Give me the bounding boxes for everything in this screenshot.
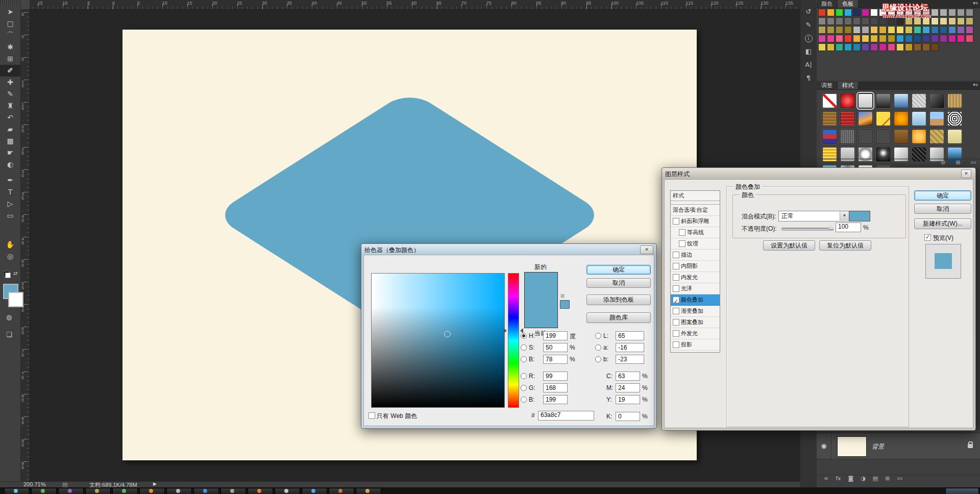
ok-button[interactable]: 确定 <box>586 265 651 275</box>
new-style-icon[interactable]: ⊞ <box>955 159 960 166</box>
layer-group-icon[interactable]: ▤ <box>873 475 878 482</box>
swatch[interactable] <box>922 26 930 34</box>
swatch[interactable] <box>888 43 895 51</box>
swatch[interactable] <box>957 26 965 34</box>
effect-checkbox[interactable] <box>673 330 679 337</box>
link-layers-icon[interactable]: ∞ <box>824 475 828 482</box>
effect-checkbox[interactable] <box>673 308 679 314</box>
taskbar-app-button[interactable] <box>329 488 354 494</box>
gradient-tool[interactable]: ▩ <box>0 135 20 147</box>
taskbar-app-button[interactable] <box>4 488 30 494</box>
pen-tool[interactable]: ✒ <box>0 175 20 186</box>
toolbar-grip[interactable] <box>0 0 20 6</box>
effect-checkbox[interactable] <box>673 263 679 269</box>
character-panel-icon[interactable]: A| <box>800 58 817 71</box>
effect-item-纹理[interactable]: 纹理 <box>671 238 720 250</box>
type-tool[interactable]: T <box>0 186 20 198</box>
swatch[interactable] <box>853 43 861 51</box>
layer-visibility-cell[interactable]: ◉ <box>817 433 831 459</box>
value-input[interactable]: 199 <box>543 395 568 404</box>
swatch[interactable] <box>818 26 826 34</box>
history-panel-icon[interactable]: ↺ <box>800 5 817 18</box>
effect-item-投影[interactable]: 投影 <box>671 339 720 351</box>
swatch[interactable] <box>922 17 930 25</box>
swatch[interactable] <box>948 35 956 42</box>
adjustment-layer-icon[interactable]: ◑ <box>861 475 866 482</box>
swatch[interactable] <box>931 17 939 25</box>
effect-checkbox[interactable] <box>673 341 679 348</box>
swatch[interactable] <box>957 35 965 42</box>
hue-slider-left-arrow-icon[interactable] <box>504 328 507 333</box>
swatch[interactable] <box>966 26 973 34</box>
style-thumb[interactable] <box>929 111 944 126</box>
preview-checkbox[interactable] <box>924 234 931 241</box>
overlay-color-swatch[interactable] <box>849 211 870 221</box>
effect-checkbox[interactable] <box>679 240 685 247</box>
color-libraries-button[interactable]: 颜色库 <box>586 312 651 323</box>
delete-layer-icon[interactable]: ▭ <box>897 475 902 482</box>
tab-色板[interactable]: 色板 <box>838 0 859 8</box>
layer-thumbnail[interactable] <box>837 436 867 457</box>
effect-checkbox[interactable] <box>673 274 679 281</box>
swatch[interactable] <box>853 35 861 42</box>
swatch[interactable] <box>870 26 878 34</box>
eyedropper-tool[interactable]: ✐ <box>0 65 20 77</box>
taskbar-app-button[interactable] <box>58 488 84 494</box>
field-radio[interactable] <box>595 344 601 351</box>
swatch[interactable] <box>879 17 887 25</box>
marquee-tool[interactable]: ▢ <box>0 18 20 30</box>
style-thumb[interactable] <box>858 111 873 126</box>
swatch[interactable] <box>888 35 895 42</box>
effect-checkbox[interactable] <box>679 229 685 236</box>
horizontal-ruler[interactable]: 1510505101520253035404550556065707580859… <box>30 0 800 10</box>
swap-colors-icon[interactable]: ⇄ <box>13 270 17 276</box>
swatch[interactable] <box>931 35 939 42</box>
swatch[interactable] <box>931 43 939 51</box>
effect-item-等高线[interactable]: 等高线 <box>671 227 720 238</box>
tab-样式[interactable]: 样式 <box>838 82 859 89</box>
swatch[interactable] <box>862 43 869 51</box>
value-input[interactable]: 0 <box>616 412 640 421</box>
value-input[interactable]: 63 <box>616 372 640 381</box>
swatch[interactable] <box>844 43 852 51</box>
background-color-chip[interactable] <box>8 292 23 307</box>
swatch[interactable] <box>966 35 973 42</box>
taskbar-app-button[interactable] <box>139 488 165 494</box>
value-input[interactable]: 24 <box>616 383 640 392</box>
swatch[interactable] <box>896 26 904 34</box>
swatch[interactable] <box>948 17 956 25</box>
dodge-tool[interactable]: ◐ <box>0 159 20 170</box>
style-thumb[interactable] <box>876 129 891 144</box>
color-field-marker[interactable] <box>444 331 451 337</box>
hue-slider[interactable] <box>508 273 519 408</box>
swatch[interactable] <box>870 35 878 42</box>
swatch[interactable] <box>896 35 904 42</box>
swatch[interactable] <box>844 9 852 16</box>
swatch[interactable] <box>940 17 947 25</box>
effect-item-颜色叠加[interactable]: 颜色叠加 <box>671 294 720 306</box>
taskbar-app-button[interactable] <box>166 488 192 494</box>
swatch[interactable] <box>966 17 973 25</box>
swatch[interactable] <box>844 35 852 42</box>
effect-item-渐变叠加[interactable]: 渐变叠加 <box>671 306 720 317</box>
field-radio[interactable] <box>521 356 527 362</box>
vertical-ruler[interactable]: 5051015202530354045505560657075808590951… <box>20 9 30 481</box>
reset-default-button[interactable]: 复位为默认值 <box>819 240 871 251</box>
status-menu-arrow-icon[interactable]: ▶ <box>153 481 157 486</box>
taskbar-app-button[interactable] <box>220 488 246 494</box>
swatch[interactable] <box>844 17 852 25</box>
value-input[interactable]: 168 <box>543 383 568 392</box>
swatch[interactable] <box>827 17 835 25</box>
style-thumb[interactable] <box>912 111 926 126</box>
new-layer-icon[interactable]: ⊞ <box>885 475 890 482</box>
swatch[interactable] <box>862 35 869 42</box>
panel-menu-icon[interactable]: ▾≡ <box>973 82 978 87</box>
style-thumb[interactable] <box>858 93 873 108</box>
swatch[interactable] <box>836 43 843 51</box>
blend-mode-select[interactable]: 正常 ▼ <box>778 211 849 221</box>
effect-item-样式[interactable]: 样式 <box>671 191 720 201</box>
eraser-tool[interactable]: ▰ <box>0 124 20 135</box>
swatch[interactable] <box>879 26 887 34</box>
hex-input[interactable]: 63a8c7 <box>538 411 594 421</box>
web-colors-only-checkbox[interactable] <box>369 412 375 419</box>
